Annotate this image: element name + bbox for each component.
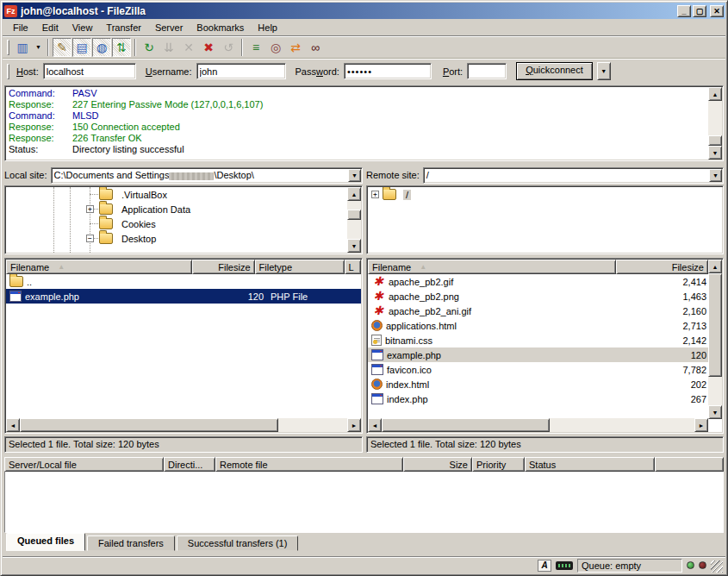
combo-arrow-icon[interactable]: ▼ (709, 169, 722, 182)
queue-column-header[interactable]: Priority (472, 457, 525, 472)
scrollbar-thumb[interactable] (382, 418, 550, 432)
toolbar-button-icon[interactable]: ↻ (140, 38, 159, 57)
file-row[interactable]: index.html 202 (368, 377, 708, 391)
scroll-up-icon[interactable]: ▲ (708, 260, 722, 273)
toolbar-button-icon[interactable]: ▼ (33, 38, 44, 57)
local-file-list: Filename▲ Filesize Filetype L .. (4, 258, 363, 434)
column-header-filename[interactable]: Filename▲ (6, 260, 192, 274)
toolbar-button-icon[interactable]: ⇅ (112, 38, 131, 57)
scroll-up-icon[interactable]: ▲ (347, 187, 361, 201)
maximize-button[interactable]: ▢ (693, 5, 706, 17)
scroll-down-icon[interactable]: ▼ (708, 146, 722, 160)
tree-item[interactable]: + / (368, 187, 722, 202)
folder-icon (99, 189, 113, 200)
scroll-left-icon[interactable]: ◄ (368, 418, 382, 432)
menu-item[interactable]: Edit (35, 21, 65, 34)
remote-list-scrollbar[interactable]: ▲ ▼ (708, 260, 722, 419)
column-header-lastmodified[interactable]: L (345, 260, 361, 274)
file-row[interactable]: favicon.ico 7,782 (368, 362, 708, 377)
toolbar-button-icon[interactable]: ≡ (246, 38, 265, 57)
toolbar-button-icon[interactable]: ▤ (72, 38, 91, 57)
file-row[interactable]: .. (6, 274, 361, 289)
toolbar-button-icon[interactable]: ✎ (53, 38, 72, 57)
menu-item[interactable]: Help (251, 21, 284, 34)
column-header-filetype[interactable]: Filetype (255, 260, 345, 274)
scrollbar-thumb[interactable] (347, 210, 361, 220)
queue-tab[interactable]: Failed transfers (87, 535, 175, 551)
toolbar-button-icon[interactable]: ◍ (92, 38, 111, 57)
toolbar-button-icon[interactable]: ▥ (13, 38, 32, 57)
queue-column-header[interactable]: Server/Local file (4, 457, 164, 472)
scroll-down-icon[interactable]: ▼ (347, 239, 361, 253)
toolbar-button-icon[interactable]: ⇊ (159, 38, 178, 57)
username-input[interactable] (196, 63, 286, 79)
remote-list-hscrollbar[interactable]: ◄ ► (368, 418, 708, 432)
queue-column-header[interactable]: Size (403, 457, 472, 472)
scroll-up-icon[interactable]: ▲ (708, 87, 722, 101)
queue-tab[interactable]: Successful transfers (1) (177, 535, 299, 551)
toolbar-button-icon[interactable] (241, 39, 243, 56)
resize-grip[interactable] (711, 560, 723, 573)
file-row[interactable]: bitnami.css 2,142 (368, 333, 708, 347)
file-row[interactable]: apache_pb2.png 1,463 (368, 289, 708, 304)
file-row[interactable]: applications.html 2,713 (368, 318, 708, 333)
queue-tab[interactable]: Queued files (6, 533, 85, 551)
queue-column-header[interactable]: Status (525, 457, 655, 472)
scroll-right-icon[interactable]: ► (347, 418, 361, 432)
toolbar-button-icon[interactable]: ∞ (306, 38, 325, 57)
menu-item[interactable]: View (65, 21, 100, 34)
close-button[interactable]: ✕ (710, 5, 724, 17)
file-row[interactable]: example.php 120 PHP File 1 (6, 289, 361, 304)
queue-column-header[interactable]: Directi... (164, 457, 215, 472)
menu-item[interactable]: Server (148, 21, 190, 34)
menu-item[interactable]: Bookmarks (190, 21, 251, 34)
menu-item[interactable]: File (6, 21, 35, 34)
tree-expander[interactable]: + (371, 191, 379, 198)
queue-column-header[interactable] (655, 457, 724, 472)
scroll-left-icon[interactable]: ◄ (6, 418, 20, 432)
remote-site-combo[interactable]: / ▼ (423, 167, 724, 184)
tree-item[interactable]: Cookies (6, 216, 347, 231)
file-row[interactable]: example.php 120 (368, 347, 708, 362)
file-row[interactable]: index.php 267 (368, 391, 708, 406)
tree-expander[interactable]: + (86, 205, 94, 213)
password-input[interactable] (344, 63, 432, 79)
column-header-filesize[interactable]: Filesize (616, 260, 708, 274)
local-list-hscrollbar[interactable]: ◄ ► (6, 418, 361, 432)
speed-limit-icon[interactable] (556, 561, 573, 570)
column-header-filesize[interactable]: Filesize (192, 260, 255, 274)
tree-item[interactable]: .VirtualBox (6, 187, 347, 202)
transfer-type-icon[interactable]: A (538, 560, 551, 572)
port-input[interactable] (467, 63, 507, 79)
queue-column-header[interactable]: Remote file (215, 457, 403, 472)
scrollbar-thumb[interactable] (708, 135, 722, 146)
toolbar-button-icon[interactable]: ◎ (266, 38, 285, 57)
menu-item[interactable]: Transfer (99, 21, 148, 34)
toolbar-grip[interactable] (7, 40, 9, 55)
column-header-filename[interactable]: Filename▲ (368, 260, 616, 274)
host-input[interactable] (43, 63, 136, 79)
local-tree-scrollbar[interactable]: ▲ ▼ (347, 187, 361, 253)
toolbar-button-icon[interactable]: ✖ (199, 38, 218, 57)
tree-item[interactable]: + Application Data (6, 202, 347, 216)
tree-expander[interactable]: − (86, 235, 94, 242)
quickconnect-button[interactable]: Quickconnect (516, 62, 593, 80)
file-row[interactable]: apache_pb2.gif 2,414 (368, 274, 708, 289)
combo-arrow-icon[interactable]: ▼ (348, 169, 361, 182)
file-row[interactable]: apache_pb2_ani.gif 2,160 (368, 304, 708, 318)
scrollbar-thumb[interactable] (708, 273, 722, 377)
toolbar-button-icon[interactable] (47, 39, 49, 56)
tree-item[interactable]: − Desktop (6, 231, 347, 246)
toolbar-button-icon[interactable]: ⇄ (286, 38, 305, 57)
quickconnect-dropdown[interactable]: ▼ (597, 62, 611, 80)
minimize-button[interactable]: _ (677, 5, 691, 17)
scroll-right-icon[interactable]: ► (694, 418, 708, 432)
scroll-down-icon[interactable]: ▼ (708, 405, 722, 419)
scrollbar-thumb[interactable] (20, 418, 278, 432)
toolbar-button-icon[interactable] (134, 39, 136, 56)
toolbar-button-icon[interactable]: ↺ (219, 38, 238, 57)
quickbar-grip[interactable] (7, 64, 9, 79)
toolbar-button-icon[interactable]: ✕ (179, 38, 198, 57)
local-site-combo[interactable]: C:\Documents and Settings\Desktop\ ▼ (51, 167, 363, 184)
log-scrollbar[interactable]: ▲ ▼ (708, 87, 722, 160)
